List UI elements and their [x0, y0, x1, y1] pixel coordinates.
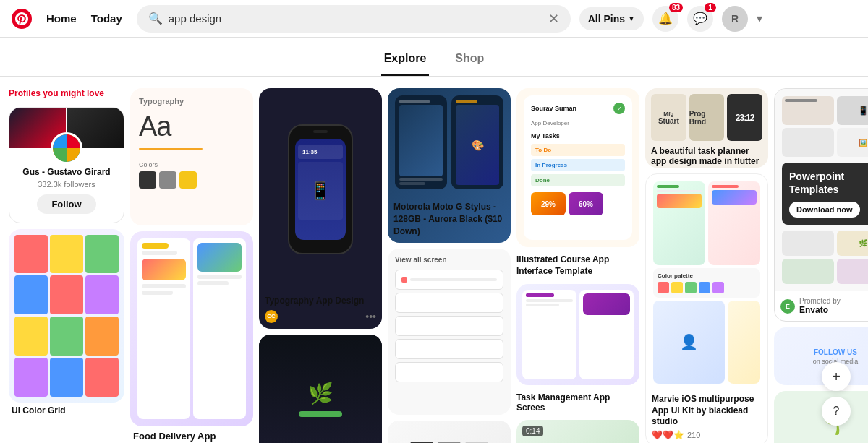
more-icon[interactable]: •••: [365, 311, 376, 322]
pin-card-marvie[interactable]: Color palette: [645, 173, 768, 443]
notifications-button[interactable]: 🔔 83: [652, 6, 678, 32]
pin-card-loza-furniture[interactable]: Loza - Furniture Shop UI Kit #90803 - Te…: [388, 421, 511, 443]
pin-card-course-app[interactable]: 🎨 Motorola Moto G Stylus - 128GB - Auror…: [388, 88, 511, 243]
profile-name: Gus - Gustavo Girard: [22, 167, 110, 179]
download-now-button[interactable]: Download now: [789, 202, 860, 218]
search-icon: 🔍: [148, 12, 163, 25]
main-content: Profiles you might love Gus - Gustavo Gi…: [0, 88, 868, 443]
search-input[interactable]: [169, 12, 542, 25]
profiles-might-love-label: Profiles you might love: [9, 88, 124, 98]
avatar: [51, 132, 82, 164]
float-btns: + ?: [822, 362, 851, 426]
marvie-likes: 210: [687, 431, 700, 439]
pin-card-follow-us[interactable]: FOLLOW US on social media: [774, 327, 868, 385]
powerpoint-promoter: Envato: [799, 305, 841, 315]
profile-chevron-icon[interactable]: ▾: [757, 12, 762, 25]
avatar-char: R: [731, 13, 739, 25]
pin-card-task-planner[interactable]: Sourav Suman ✓ App Developer My Tasks To…: [516, 88, 639, 247]
motorola-promoted: CC •••: [265, 310, 376, 323]
pin-card-performance-days[interactable]: Mfg Stuart Prog Brnd 23:12 A beautiful t…: [645, 88, 768, 168]
pin-grid: Profiles you might love Gus - Gustavo Gi…: [9, 88, 859, 443]
bell-icon: 🔔: [658, 12, 673, 25]
profile-followers: 332.3k followers: [38, 180, 95, 189]
float-help-button[interactable]: ?: [822, 397, 851, 426]
pin-card-powerpoint[interactable]: 📱 🖼️ Powerpoint Templates Download now: [774, 88, 868, 322]
motorola-title: Typography App Design: [265, 295, 376, 307]
clear-search-icon[interactable]: ✕: [548, 11, 559, 27]
col-5: Sourav Suman ✓ App Developer My Tasks To…: [516, 88, 639, 443]
message-icon: 💬: [693, 12, 707, 25]
pin-title: UI Color Grid: [12, 405, 122, 416]
pin-card-food-delivery[interactable]: Food Delivery App ❤️🎯 123: [130, 231, 253, 443]
search-bar: 🔍 ✕: [137, 5, 571, 33]
pinterest-logo[interactable]: [12, 9, 32, 29]
marvie-title: Marvie iOS multipurpose App UI Kit by bl…: [652, 394, 762, 428]
pin-card-view-all[interactable]: View all screen: [388, 249, 511, 415]
performance-days-title: A beautiful task planner app design made…: [651, 146, 762, 166]
pin-card-task-management[interactable]: [516, 284, 639, 385]
pin-card-motorola[interactable]: 11:35 📱 Typography App Design CC: [259, 88, 382, 329]
task-planner-title: Illustrated Course App Interface Templat…: [516, 254, 639, 277]
view-all-screen-label: View all screen: [395, 256, 503, 264]
time-badge: 0:14: [522, 426, 543, 436]
all-pins-dropdown[interactable]: All Pins ▼: [579, 7, 644, 30]
all-pins-label: All Pins: [588, 13, 625, 25]
pin-card-typography[interactable]: Typography Aa Colors: [130, 88, 253, 225]
tabs-bar: Explore Shop: [0, 38, 868, 77]
messages-button[interactable]: 💬 1: [687, 6, 713, 32]
powerpoint-promoted: E Promoted by Envato •••: [780, 297, 868, 315]
col-2: Typography Aa Colors: [130, 88, 253, 443]
pin-card-house-plant[interactable]: 🌱: [774, 391, 868, 443]
food-delivery-title: Food Delivery App: [133, 431, 250, 442]
pin-card-colorful-ui[interactable]: UI Color Grid: [9, 229, 124, 417]
col-7: 📱 🖼️ Powerpoint Templates Download now: [774, 88, 868, 443]
home-nav-link[interactable]: Home: [41, 8, 82, 29]
visit-overlay: ↗ ▶: [259, 439, 382, 443]
today-nav-link[interactable]: Today: [85, 8, 128, 29]
col-3: 11:35 📱 Typography App Design CC: [259, 88, 382, 443]
avatar-button[interactable]: R: [722, 6, 748, 32]
powerpoint-title: Powerpoint Templates: [789, 170, 868, 196]
main-nav: Home Today: [41, 8, 128, 29]
float-add-button[interactable]: +: [822, 362, 851, 391]
pin-card-lotek[interactable]: 🥘 0:14 Lotek Perkedel: [516, 420, 639, 443]
col-4: 🎨 Motorola Moto G Stylus - 128GB - Auror…: [388, 88, 511, 443]
tab-explore[interactable]: Explore: [381, 46, 430, 76]
messages-badge: 1: [705, 3, 716, 12]
task-management-title: Task Management App Screes: [516, 391, 639, 414]
course-app-title: Motorola Moto G Stylus - 128GB - Aurora …: [393, 201, 505, 237]
marvie-reactions: ❤️❤️⭐ 210: [652, 430, 762, 440]
follow-button[interactable]: Follow: [37, 194, 95, 214]
header: Home Today 🔍 ✕ All Pins ▼ 🔔 83 💬 1 R ▾: [0, 0, 868, 38]
col-1: Profiles you might love Gus - Gustavo Gi…: [9, 88, 124, 417]
col-6: Mfg Stuart Prog Brnd 23:12 A beautiful t…: [645, 88, 768, 443]
pin-card-dark-app[interactable]: 🌿 ↗ ▶: [259, 335, 382, 443]
notifications-badge: 83: [669, 3, 683, 12]
chevron-down-icon: ▼: [628, 14, 635, 22]
profile-card: Gus - Gustavo Girard 332.3k followers Fo…: [9, 107, 124, 223]
tab-shop[interactable]: Shop: [452, 46, 487, 76]
